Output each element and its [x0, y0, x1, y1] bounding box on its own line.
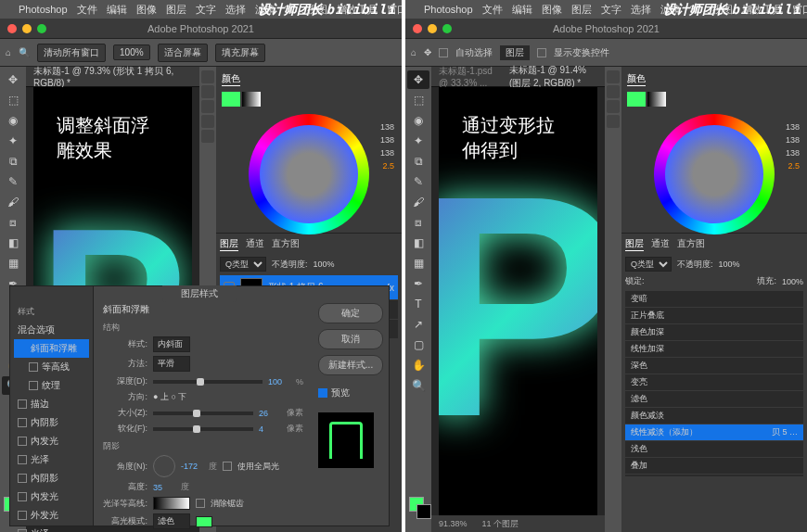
wand-tool[interactable]: ✦: [2, 132, 24, 150]
document-tab[interactable]: 未标题-1.psd @ 33.3% ... 未标题-1 @ 91.4% (图层 …: [431, 67, 605, 87]
panel-icon[interactable]: [201, 130, 214, 143]
panel-icon[interactable]: [607, 115, 620, 128]
blend-mode-select[interactable]: Q类型: [625, 257, 672, 272]
panel-icon[interactable]: [201, 115, 214, 128]
panel-icon[interactable]: [607, 100, 620, 113]
depth-slider[interactable]: [153, 380, 263, 384]
channels-tab[interactable]: 通道: [651, 237, 670, 251]
stamp-tool[interactable]: ⧈: [407, 213, 429, 232]
new-style-button[interactable]: 新建样式...: [318, 355, 383, 375]
menu-item[interactable]: 选择: [225, 3, 246, 17]
blend-mode-option[interactable]: 深色: [625, 358, 803, 374]
swatch[interactable]: [627, 92, 646, 107]
swatch[interactable]: [222, 92, 240, 107]
auto-select-type[interactable]: 图层: [500, 45, 530, 60]
gradient-tool[interactable]: ▦: [2, 254, 24, 272]
color-wheel[interactable]: [654, 114, 775, 234]
eyedropper-tool[interactable]: ✎: [2, 172, 24, 191]
contour[interactable]: 等高线: [14, 358, 89, 376]
fit-screen-button[interactable]: 适合屏幕: [158, 44, 208, 62]
blend-mode-option[interactable]: 浅色: [625, 441, 803, 457]
blend-mode-option[interactable]: 滤色: [625, 391, 803, 407]
blend-mode-option[interactable]: 颜色减淡: [625, 408, 803, 424]
shape-tool[interactable]: ▢: [407, 336, 429, 354]
home-icon[interactable]: ⌂: [411, 47, 416, 57]
move-tool[interactable]: ✥: [407, 70, 429, 89]
blend-mode-option[interactable]: 柔光: [625, 475, 803, 476]
auto-select-check[interactable]: [439, 48, 448, 57]
maximize-icon[interactable]: [37, 24, 46, 33]
blend-mode-option[interactable]: 颜色加深: [625, 324, 803, 340]
menu-item[interactable]: 图层: [166, 3, 186, 17]
menu-item[interactable]: 编辑: [512, 3, 532, 17]
blend-mode-option[interactable]: 线性加深: [625, 341, 803, 357]
inner-glow[interactable]: 内发光: [14, 488, 89, 506]
zoom-tool[interactable]: 🔍: [407, 376, 429, 395]
ok-button[interactable]: 确定: [318, 303, 383, 323]
color-tab[interactable]: 颜色: [627, 72, 646, 86]
color-swatches[interactable]: [405, 495, 431, 528]
texture[interactable]: 纹理: [14, 376, 89, 395]
menu-item[interactable]: 文件: [482, 3, 503, 17]
menu-item[interactable]: 图层: [571, 3, 592, 17]
menu-item[interactable]: 文字: [196, 3, 216, 17]
zoom-100-button[interactable]: 100%: [113, 44, 150, 60]
menu-item[interactable]: 编辑: [107, 3, 127, 17]
minimize-icon[interactable]: [22, 24, 32, 33]
menu-item[interactable]: 文件: [77, 3, 97, 17]
histogram-tab[interactable]: 直方图: [272, 237, 300, 251]
highlight-mode[interactable]: 滤色: [153, 513, 190, 529]
transform-controls-check[interactable]: [537, 48, 546, 57]
eraser-tool[interactable]: ◧: [2, 234, 24, 252]
crop-tool[interactable]: ⧉: [2, 152, 24, 171]
panel-icon[interactable]: [201, 100, 214, 113]
style-select[interactable]: 内斜面: [153, 336, 190, 352]
move-tool[interactable]: ✥: [2, 70, 24, 89]
doc-info[interactable]: 11 个图层: [482, 518, 519, 530]
blending-options[interactable]: 混合选项: [14, 321, 89, 339]
blend-mode-option[interactable]: 叠加: [625, 458, 803, 474]
menu-item[interactable]: 图像: [542, 3, 562, 17]
marquee-tool[interactable]: ⬚: [2, 91, 24, 109]
document-tab[interactable]: 未标题-1 @ 79.3% (形状 1 拷贝 6, RGB/8) *: [26, 67, 199, 87]
wand-tool[interactable]: ✦: [407, 132, 429, 150]
marquee-tool[interactable]: ⬚: [407, 91, 429, 109]
close-icon[interactable]: [413, 24, 422, 33]
fill-screen-button[interactable]: 填充屏幕: [215, 44, 265, 62]
blend-mode-option[interactable]: 正片叠底: [625, 308, 803, 323]
bevel-emboss[interactable]: 斜面和浮雕: [14, 339, 89, 358]
zoom-level[interactable]: 91.38%: [439, 519, 468, 528]
maximize-icon[interactable]: [442, 24, 452, 33]
panel-icon[interactable]: [607, 85, 620, 98]
pen-tool[interactable]: ✒: [407, 274, 429, 293]
technique-select[interactable]: 平滑: [153, 356, 190, 372]
cancel-button[interactable]: 取消: [318, 329, 383, 349]
swatch[interactable]: [242, 92, 261, 107]
menu-item[interactable]: 选择: [631, 3, 651, 17]
satin[interactable]: 光泽: [14, 450, 89, 469]
color-tab[interactable]: 颜色: [222, 72, 240, 86]
size-slider[interactable]: [153, 412, 253, 415]
histogram-tab[interactable]: 直方图: [677, 237, 705, 251]
path-tool[interactable]: ↗: [407, 315, 429, 334]
scroll-all-button[interactable]: 清动所有窗口: [37, 44, 106, 62]
blend-mode-option[interactable]: 线性减淡（添加）贝 5 …: [625, 424, 803, 440]
panel-icon[interactable]: [201, 85, 214, 98]
lasso-tool[interactable]: ◉: [407, 111, 429, 130]
eyedropper-tool[interactable]: ✎: [407, 172, 429, 191]
eraser-tool[interactable]: ◧: [407, 234, 429, 252]
close-icon[interactable]: [7, 24, 17, 33]
menu-item[interactable]: 图像: [136, 3, 157, 17]
stroke[interactable]: 描边: [14, 395, 89, 413]
angle-dial[interactable]: [153, 455, 175, 477]
outer-glow[interactable]: 外发光: [14, 506, 89, 525]
stamp-tool[interactable]: ⧈: [2, 213, 24, 232]
blend-mode-option[interactable]: 变暗: [625, 291, 803, 307]
soften-slider[interactable]: [153, 427, 253, 431]
channels-tab[interactable]: 通道: [246, 237, 264, 251]
background-color[interactable]: [416, 504, 431, 519]
type-tool[interactable]: T: [407, 295, 429, 313]
color-wheel[interactable]: [249, 114, 369, 234]
brush-tool[interactable]: 🖌: [2, 193, 24, 211]
home-icon[interactable]: ⌂: [6, 47, 11, 57]
